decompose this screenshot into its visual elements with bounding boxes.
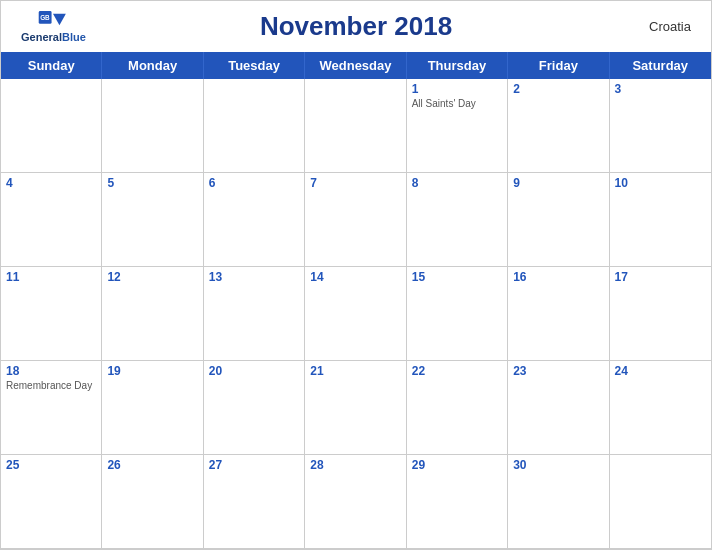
day-cell-2: 2: [508, 79, 609, 173]
day-number: 29: [412, 458, 502, 472]
day-number: 5: [107, 176, 197, 190]
day-cell-3: 3: [610, 79, 711, 173]
day-headers: SundayMondayTuesdayWednesdayThursdayFrid…: [1, 52, 711, 79]
calendar-grid: 1All Saints' Day234567891011121314151617…: [1, 79, 711, 549]
day-cell-20: 20: [204, 361, 305, 455]
svg-marker-1: [53, 14, 66, 25]
day-cell-9: 9: [508, 173, 609, 267]
day-cell-13: 13: [204, 267, 305, 361]
day-cell-empty: [102, 79, 203, 173]
holiday-name: All Saints' Day: [412, 98, 502, 109]
day-number: 9: [513, 176, 603, 190]
day-cell-17: 17: [610, 267, 711, 361]
day-cell-14: 14: [305, 267, 406, 361]
day-cell-10: 10: [610, 173, 711, 267]
day-number: 19: [107, 364, 197, 378]
day-cell-1: 1All Saints' Day: [407, 79, 508, 173]
svg-text:GB: GB: [41, 14, 51, 21]
day-header-wednesday: Wednesday: [305, 52, 406, 79]
day-number: 1: [412, 82, 502, 96]
day-cell-23: 23: [508, 361, 609, 455]
day-cell-empty: [1, 79, 102, 173]
day-cell-8: 8: [407, 173, 508, 267]
logo-icon: GB: [38, 11, 68, 31]
day-number: 28: [310, 458, 400, 472]
day-cell-27: 27: [204, 455, 305, 549]
day-number: 23: [513, 364, 603, 378]
logo: GB GeneralBlue: [21, 11, 86, 43]
day-cell-7: 7: [305, 173, 406, 267]
day-cell-24: 24: [610, 361, 711, 455]
day-number: 7: [310, 176, 400, 190]
day-cell-18: 18Remembrance Day: [1, 361, 102, 455]
day-header-saturday: Saturday: [610, 52, 711, 79]
day-number: 8: [412, 176, 502, 190]
day-number: 14: [310, 270, 400, 284]
day-number: 2: [513, 82, 603, 96]
day-number: 12: [107, 270, 197, 284]
day-number: 11: [6, 270, 96, 284]
calendar: GB GeneralBlue November 2018 Croatia Sun…: [0, 0, 712, 550]
day-number: 20: [209, 364, 299, 378]
day-cell-25: 25: [1, 455, 102, 549]
day-number: 17: [615, 270, 706, 284]
day-number: 15: [412, 270, 502, 284]
day-number: 4: [6, 176, 96, 190]
country-label: Croatia: [649, 19, 691, 34]
day-header-sunday: Sunday: [1, 52, 102, 79]
day-number: 6: [209, 176, 299, 190]
day-cell-22: 22: [407, 361, 508, 455]
day-cell-6: 6: [204, 173, 305, 267]
day-number: 25: [6, 458, 96, 472]
day-header-tuesday: Tuesday: [204, 52, 305, 79]
day-number: 3: [615, 82, 706, 96]
day-number: 24: [615, 364, 706, 378]
day-number: 26: [107, 458, 197, 472]
day-cell-empty: [204, 79, 305, 173]
day-header-friday: Friday: [508, 52, 609, 79]
holiday-name: Remembrance Day: [6, 380, 96, 391]
month-title: November 2018: [260, 11, 452, 42]
day-number: 27: [209, 458, 299, 472]
day-number: 16: [513, 270, 603, 284]
day-cell-19: 19: [102, 361, 203, 455]
day-cell-16: 16: [508, 267, 609, 361]
day-number: 30: [513, 458, 603, 472]
day-cell-29: 29: [407, 455, 508, 549]
day-cell-30: 30: [508, 455, 609, 549]
day-number: 21: [310, 364, 400, 378]
day-header-monday: Monday: [102, 52, 203, 79]
day-cell-empty: [610, 455, 711, 549]
day-number: 13: [209, 270, 299, 284]
day-cell-12: 12: [102, 267, 203, 361]
day-number: 22: [412, 364, 502, 378]
day-number: 10: [615, 176, 706, 190]
day-cell-5: 5: [102, 173, 203, 267]
day-cell-26: 26: [102, 455, 203, 549]
logo-text: GeneralBlue: [21, 31, 86, 43]
day-cell-28: 28: [305, 455, 406, 549]
calendar-header: GB GeneralBlue November 2018 Croatia: [1, 1, 711, 52]
day-cell-empty: [305, 79, 406, 173]
day-cell-21: 21: [305, 361, 406, 455]
day-cell-15: 15: [407, 267, 508, 361]
day-header-thursday: Thursday: [407, 52, 508, 79]
day-number: 18: [6, 364, 96, 378]
day-cell-11: 11: [1, 267, 102, 361]
day-cell-4: 4: [1, 173, 102, 267]
